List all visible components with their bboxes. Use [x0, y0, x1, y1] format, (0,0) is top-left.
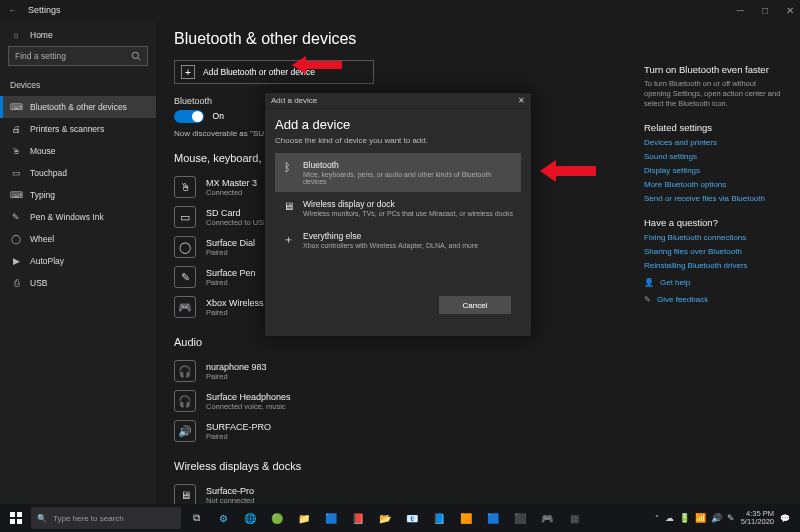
taskbar-app-icon[interactable]: 🟧 [454, 506, 478, 530]
close-button[interactable]: ✕ [786, 5, 794, 16]
autoplay-icon: ▶ [10, 255, 22, 267]
sidebar-item-printers[interactable]: 🖨Printers & scanners [0, 118, 156, 140]
sidebar-item-bluetooth[interactable]: ⌨Bluetooth & other devices [0, 96, 156, 118]
sidebar-item-wheel[interactable]: ◯Wheel [0, 228, 156, 250]
related-link[interactable]: More Bluetooth options [644, 180, 782, 189]
sidebar-item-pen[interactable]: ✎Pen & Windows Ink [0, 206, 156, 228]
taskbar-search[interactable]: 🔍 Type here to search [31, 507, 181, 529]
keyboard-icon: ⌨ [10, 189, 22, 201]
wifi-icon[interactable]: 📶 [695, 513, 706, 523]
usb-icon: ⎙ [10, 277, 22, 289]
tray-icon[interactable]: ✎ [727, 513, 735, 523]
device-item[interactable]: 🖥Surface-ProNot connected [174, 480, 782, 504]
touchpad-icon: ▭ [10, 167, 22, 179]
device-status: Connected [206, 188, 257, 197]
taskbar-app-icon[interactable]: 📘 [427, 506, 451, 530]
taskbar-clock[interactable]: 4:35 PM 5/11/2020 [741, 510, 774, 527]
get-help-link[interactable]: 👤Get help [644, 278, 782, 287]
dialog-cancel-button[interactable]: Cancel [439, 296, 511, 314]
related-link[interactable]: Sharing files over Bluetooth [644, 247, 782, 256]
dialog-close-button[interactable]: ✕ [518, 96, 525, 105]
related-link[interactable]: Display settings [644, 166, 782, 175]
maximize-button[interactable]: □ [762, 5, 768, 16]
taskbar-app-icon[interactable]: 📕 [346, 506, 370, 530]
taskbar-app-icon[interactable]: 🟢 [265, 506, 289, 530]
taskbar-app-icon[interactable]: ⚙ [211, 506, 235, 530]
device-icon: 🎧 [174, 390, 196, 412]
sidebar-item-label: Pen & Windows Ink [30, 212, 104, 222]
task-view-button[interactable]: ⧉ [184, 506, 208, 530]
taskbar-app-icon[interactable]: 🎮 [535, 506, 559, 530]
device-status: Paired [206, 248, 255, 257]
option-title: Everything else [303, 231, 478, 241]
option-desc: Xbox controllers with Wireless Adapter, … [303, 242, 478, 249]
start-button[interactable] [4, 506, 28, 530]
sidebar-item-label: Bluetooth & other devices [30, 102, 127, 112]
sidebar-item-label: Touchpad [30, 168, 67, 178]
taskbar-app-icon[interactable]: 📂 [373, 506, 397, 530]
dialog-option-everything[interactable]: ＋ Everything elseXbox controllers with W… [275, 224, 521, 256]
device-icon: ◯ [174, 236, 196, 258]
volume-icon[interactable]: 🔊 [711, 513, 722, 523]
sidebar-home[interactable]: ⌂ Home [0, 24, 156, 46]
system-tray[interactable]: ☁ 🔋 📶 🔊 ✎ [665, 513, 735, 523]
taskbar-app-icon[interactable]: 🟦 [481, 506, 505, 530]
sidebar-item-usb[interactable]: ⎙USB [0, 272, 156, 294]
taskbar-app-icon[interactable]: 🟦 [319, 506, 343, 530]
sidebar-item-touchpad[interactable]: ▭Touchpad [0, 162, 156, 184]
back-button[interactable]: ← [6, 5, 20, 15]
mouse-icon: 🖱 [10, 145, 22, 157]
sidebar-item-typing[interactable]: ⌨Typing [0, 184, 156, 206]
taskbar-app-icon[interactable]: ⬛ [508, 506, 532, 530]
device-item[interactable]: 🔊SURFACE-PROPaired [174, 416, 782, 446]
bluetooth-toggle[interactable] [174, 110, 204, 123]
sidebar-item-label: Typing [30, 190, 55, 200]
sidebar-item-label: Mouse [30, 146, 56, 156]
device-item[interactable]: 🎧Surface HeadphonesConnected voice, musi… [174, 386, 782, 416]
svg-rect-5 [17, 519, 22, 524]
device-status: Connected voice, music [206, 402, 291, 411]
add-device-dialog: Add a device ✕ Add a device Choose the k… [264, 92, 532, 337]
give-feedback-link[interactable]: ✎Give feedback [644, 295, 782, 304]
window-title: Settings [28, 5, 61, 15]
related-link[interactable]: Fixing Bluetooth connections [644, 233, 782, 242]
sidebar-item-mouse[interactable]: 🖱Mouse [0, 140, 156, 162]
dialog-option-bluetooth[interactable]: ᛒ BluetoothMice, keyboards, pens, or aud… [275, 153, 521, 192]
plus-icon: + [181, 65, 195, 79]
taskbar-app-icon[interactable]: ▦ [562, 506, 586, 530]
taskbar-app-icon[interactable]: 📁 [292, 506, 316, 530]
tray-icon[interactable]: ☁ [665, 513, 674, 523]
related-link[interactable]: Send or receive files via Bluetooth [644, 194, 782, 203]
tray-icon[interactable]: 🔋 [679, 513, 690, 523]
minimize-button[interactable]: ─ [737, 5, 744, 16]
search-input[interactable]: Find a setting [8, 46, 148, 66]
notifications-button[interactable]: 💬 [780, 514, 790, 523]
device-name: Surface-Pro [206, 486, 254, 496]
device-icon: 🎧 [174, 360, 196, 382]
related-link[interactable]: Devices and printers [644, 138, 782, 147]
dialog-option-wireless[interactable]: 🖥 Wireless display or dockWireless monit… [275, 192, 521, 224]
search-icon [131, 51, 141, 61]
settings-sidebar: ⌂ Home Find a setting Devices ⌨Bluetooth… [0, 20, 156, 504]
taskbar-app-icon[interactable]: 📧 [400, 506, 424, 530]
related-link[interactable]: Reinstalling Bluetooth drivers [644, 261, 782, 270]
taskbar-search-placeholder: Type here to search [53, 514, 124, 523]
home-icon: ⌂ [10, 29, 22, 41]
taskbar-app-icon[interactable]: 🌐 [238, 506, 262, 530]
dialog-titlebar-text: Add a device [271, 96, 317, 105]
device-name: nuraphone 983 [206, 362, 267, 372]
add-device-button[interactable]: + Add Bluetooth or other device [174, 60, 374, 84]
tray-chevron-icon[interactable]: ˄ [655, 514, 659, 523]
device-icon: 🖱 [174, 176, 196, 198]
device-status: Paired [206, 372, 267, 381]
sidebar-item-autoplay[interactable]: ▶AutoPlay [0, 250, 156, 272]
device-item[interactable]: 🎧nuraphone 983Paired [174, 356, 782, 386]
right-head-tip: Turn on Bluetooth even faster [644, 64, 782, 75]
windows-icon [10, 512, 22, 524]
sidebar-section-head: Devices [0, 76, 156, 96]
feedback-icon: ✎ [644, 295, 651, 304]
right-tip-text: To turn Bluetooth on or off without open… [644, 79, 782, 108]
related-link[interactable]: Sound settings [644, 152, 782, 161]
device-status: Not connected [206, 496, 254, 505]
svg-rect-4 [10, 519, 15, 524]
